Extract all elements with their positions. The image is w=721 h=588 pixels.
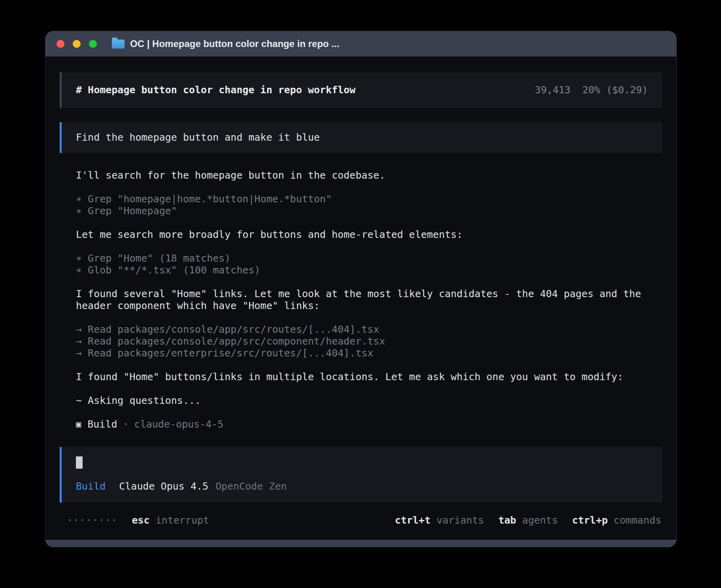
tool-call-grep: ∗ Grep "Homepage" xyxy=(76,205,662,217)
traffic-lights xyxy=(57,40,97,48)
mode-label[interactable]: Build xyxy=(76,481,106,492)
esc-label: interrupt xyxy=(156,514,209,526)
terminal-content: # Homepage button color change in repo w… xyxy=(45,57,676,540)
zoom-button[interactable] xyxy=(89,40,97,48)
tool-call-glob: ∗ Glob "**/*.tsx" (100 matches) xyxy=(76,264,662,276)
session-header: # Homepage button color change in repo w… xyxy=(60,72,662,108)
agent-icon: ▣ xyxy=(76,418,81,430)
close-button[interactable] xyxy=(57,40,64,48)
window-title: OC | Homepage button color change in rep… xyxy=(130,38,339,49)
esc-key: esc xyxy=(132,514,149,526)
session-meta: 39,413 20% ($0.29) xyxy=(535,84,648,96)
context-cost: 20% ($0.29) xyxy=(582,84,648,96)
provider-label: OpenCode Zen xyxy=(215,481,287,492)
token-count: 39,413 xyxy=(535,84,570,96)
minimize-button[interactable] xyxy=(73,40,81,48)
tool-call-read: → Read packages/enterprise/src/routes/[.… xyxy=(76,347,662,359)
model-label[interactable]: Claude Opus 4.5 xyxy=(119,481,208,492)
assistant-text: I'll search for the homepage button in t… xyxy=(76,170,662,181)
titlebar[interactable]: OC | Homepage button color change in rep… xyxy=(45,31,676,57)
prompt-input[interactable]: Build Claude Opus 4.5 OpenCode Zen xyxy=(60,447,662,503)
spinner-dots: ········ xyxy=(67,514,117,526)
tool-call-read: → Read packages/console/app/src/componen… xyxy=(76,335,662,347)
text-cursor xyxy=(76,456,83,469)
window-bottom-edge xyxy=(45,540,676,547)
assistant-text: I found "Home" buttons/links in multiple… xyxy=(76,371,662,383)
terminal-window: OC | Homepage button color change in rep… xyxy=(45,31,676,547)
asking-questions-status: ~ Asking questions... xyxy=(76,395,662,407)
shortcut-agents: tab agents xyxy=(498,514,558,526)
folder-icon xyxy=(112,40,125,49)
agent-separator: · xyxy=(123,418,129,430)
agent-status-row: ▣ Build · claude-opus-4-5 xyxy=(76,418,662,430)
user-message-text: Find the homepage button and make it blu… xyxy=(76,132,320,143)
shortcut-variants: ctrl+t variants xyxy=(395,514,484,526)
assistant-text: Let me search more broadly for buttons a… xyxy=(76,229,662,241)
shortcut-group: ctrl+t variants tab agents ctrl+p comman… xyxy=(395,514,661,526)
session-title: # Homepage button color change in repo w… xyxy=(76,84,355,96)
model-bar: Build Claude Opus 4.5 OpenCode Zen xyxy=(76,481,648,492)
shortcut-esc: esc interrupt xyxy=(132,514,209,526)
assistant-text: I found several "Home" links. Let me loo… xyxy=(76,288,662,312)
user-message: Find the homepage button and make it blu… xyxy=(60,122,662,153)
status-bar: ········ esc interrupt ctrl+t variants t… xyxy=(60,514,662,526)
conversation-transcript: I'll search for the homepage button in t… xyxy=(76,170,662,407)
tool-call-read: → Read packages/console/app/src/routes/[… xyxy=(76,324,662,335)
agent-model: claude-opus-4-5 xyxy=(134,418,224,430)
tool-call-grep: ∗ Grep "homepage|home.*button|Home.*butt… xyxy=(76,193,662,205)
tool-call-grep: ∗ Grep "Home" (18 matches) xyxy=(76,253,662,264)
shortcut-commands: ctrl+p commands xyxy=(572,514,661,526)
agent-name: Build xyxy=(87,418,117,430)
